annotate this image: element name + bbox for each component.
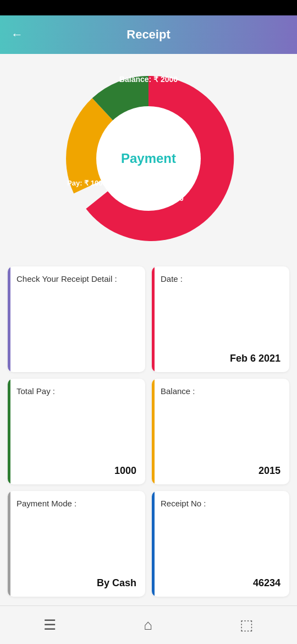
card-date-value: Feb 6 2021 (230, 353, 280, 364)
cards-area: Check Your Receipt Detail : Date : Feb 6… (0, 258, 297, 605)
bottom-nav: ☰ ⌂ ⬚ (0, 605, 297, 644)
card-total-pay-label: Total Pay : (16, 386, 136, 396)
card-payment-mode-value: By Cash (97, 577, 136, 589)
back-button[interactable]: ← (11, 28, 23, 42)
card-check-receipt: Check Your Receipt Detail : (8, 266, 145, 372)
card-date: Date : Feb 6 2021 (152, 266, 289, 372)
card-total-pay: Total Pay : 1000 (8, 379, 145, 484)
card-total-pay-value: 1000 (114, 465, 136, 477)
donut-chart: Payment Balance: ₹ 2000 Pay: ₹ 1000 Fee:… (61, 70, 237, 247)
card-balance: Balance : 2015 (152, 379, 289, 484)
card-check-receipt-label: Check Your Receipt Detail : (16, 274, 136, 283)
back-nav-icon[interactable]: ⬚ (240, 616, 254, 634)
card-date-label: Date : (161, 274, 280, 283)
label-fee: Fee: ₹ 3000 (145, 194, 184, 203)
card-payment-mode-label: Payment Mode : (16, 499, 136, 508)
status-bar (0, 0, 297, 15)
header: ← Receipt (0, 15, 297, 54)
card-receipt-no-value: 46234 (253, 577, 280, 589)
label-pay: Pay: ₹ 1000 (67, 179, 107, 187)
chart-area: Payment Balance: ₹ 2000 Pay: ₹ 1000 Fee:… (0, 54, 297, 258)
page-title: Receipt (127, 28, 170, 42)
menu-icon[interactable]: ☰ (43, 616, 56, 634)
card-receipt-no-label: Receipt No : (161, 499, 280, 508)
home-icon[interactable]: ⌂ (144, 616, 152, 634)
card-balance-label: Balance : (161, 386, 280, 396)
card-receipt-no: Receipt No : 46234 (152, 491, 289, 597)
label-balance: Balance: ₹ 2000 (119, 75, 178, 84)
card-payment-mode: Payment Mode : By Cash (8, 491, 145, 597)
card-balance-value: 2015 (258, 465, 280, 477)
